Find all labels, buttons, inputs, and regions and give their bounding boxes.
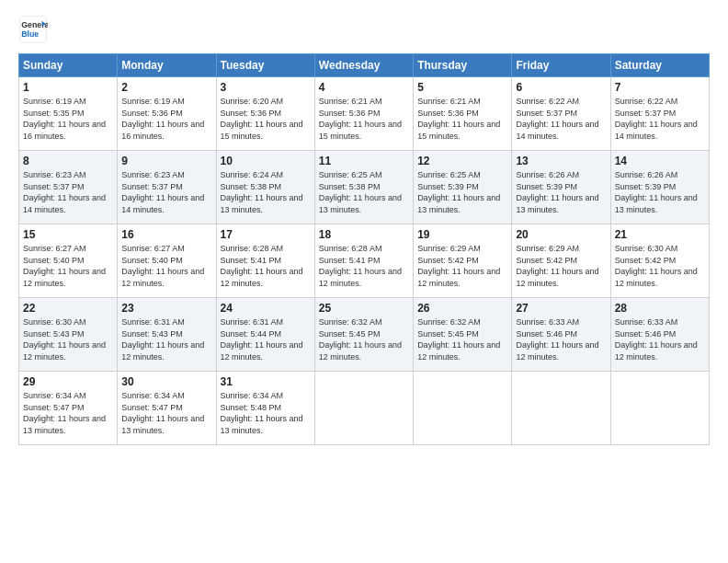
calendar-day-header: Monday <box>118 54 216 77</box>
calendar-day-cell: 7 Sunrise: 6:22 AMSunset: 5:37 PMDayligh… <box>610 77 709 151</box>
calendar-day-cell: 16 Sunrise: 6:27 AMSunset: 5:40 PMDaylig… <box>118 224 216 298</box>
calendar-day-header: Sunday <box>19 54 118 77</box>
day-number: 12 <box>417 155 507 167</box>
calendar-day-header: Friday <box>512 54 610 77</box>
day-number: 27 <box>516 302 606 315</box>
calendar-day-cell: 10 Sunrise: 6:24 AMSunset: 5:38 PMDaylig… <box>216 151 314 224</box>
calendar-day-cell: 31 Sunrise: 6:34 AMSunset: 5:48 PMDaylig… <box>216 372 314 445</box>
calendar-day-cell: 20 Sunrise: 6:29 AMSunset: 5:42 PMDaylig… <box>512 224 610 298</box>
calendar-header-row: SundayMondayTuesdayWednesdayThursdayFrid… <box>19 54 710 77</box>
day-number: 10 <box>221 155 311 167</box>
day-number: 23 <box>121 302 211 315</box>
calendar-day-cell: 30 Sunrise: 6:34 AMSunset: 5:47 PMDaylig… <box>118 372 216 445</box>
day-info: Sunrise: 6:23 AMSunset: 5:37 PMDaylight:… <box>121 170 204 214</box>
svg-text:General: General <box>21 20 48 29</box>
calendar-day-cell: 28 Sunrise: 6:33 AMSunset: 5:46 PMDaylig… <box>610 298 709 372</box>
day-info: Sunrise: 6:22 AMSunset: 5:37 PMDaylight:… <box>516 97 598 141</box>
day-info: Sunrise: 6:23 AMSunset: 5:37 PMDaylight:… <box>23 170 106 214</box>
calendar-day-cell: 22 Sunrise: 6:30 AMSunset: 5:43 PMDaylig… <box>19 298 118 372</box>
day-info: Sunrise: 6:25 AMSunset: 5:38 PMDaylight:… <box>319 170 402 214</box>
calendar-day-header: Wednesday <box>314 54 413 77</box>
day-info: Sunrise: 6:21 AMSunset: 5:36 PMDaylight:… <box>319 97 402 141</box>
calendar-day-cell: 27 Sunrise: 6:33 AMSunset: 5:46 PMDaylig… <box>512 298 610 372</box>
day-info: Sunrise: 6:34 AMSunset: 5:47 PMDaylight:… <box>121 391 204 435</box>
day-number: 4 <box>319 81 409 94</box>
day-info: Sunrise: 6:21 AMSunset: 5:36 PMDaylight:… <box>417 97 500 141</box>
calendar-day-cell: 26 Sunrise: 6:32 AMSunset: 5:45 PMDaylig… <box>414 298 512 372</box>
day-info: Sunrise: 6:31 AMSunset: 5:44 PMDaylight:… <box>221 317 303 362</box>
day-info: Sunrise: 6:34 AMSunset: 5:48 PMDaylight:… <box>221 391 303 435</box>
calendar-day-cell: 15 Sunrise: 6:27 AMSunset: 5:40 PMDaylig… <box>19 224 118 298</box>
day-info: Sunrise: 6:22 AMSunset: 5:37 PMDaylight:… <box>615 97 698 141</box>
day-number: 20 <box>516 228 606 241</box>
calendar-day-cell: 18 Sunrise: 6:28 AMSunset: 5:41 PMDaylig… <box>314 224 413 298</box>
calendar-table: SundayMondayTuesdayWednesdayThursdayFrid… <box>18 53 710 445</box>
day-info: Sunrise: 6:34 AMSunset: 5:47 PMDaylight:… <box>23 391 106 435</box>
day-number: 7 <box>615 81 705 94</box>
calendar-day-cell: 21 Sunrise: 6:30 AMSunset: 5:42 PMDaylig… <box>610 224 709 298</box>
day-number: 29 <box>23 375 113 388</box>
day-number: 8 <box>23 155 113 167</box>
calendar-day-cell: 24 Sunrise: 6:31 AMSunset: 5:44 PMDaylig… <box>216 298 314 372</box>
calendar-page: General Blue SundayMondayTuesdayWednesda… <box>0 0 728 563</box>
calendar-week-row: 8 Sunrise: 6:23 AMSunset: 5:37 PMDayligh… <box>19 151 710 224</box>
day-number: 19 <box>417 228 507 241</box>
calendar-day-cell <box>314 372 413 445</box>
day-info: Sunrise: 6:31 AMSunset: 5:43 PMDaylight:… <box>121 317 204 362</box>
calendar-day-cell: 19 Sunrise: 6:29 AMSunset: 5:42 PMDaylig… <box>414 224 512 298</box>
day-info: Sunrise: 6:24 AMSunset: 5:38 PMDaylight:… <box>221 170 303 214</box>
day-info: Sunrise: 6:32 AMSunset: 5:45 PMDaylight:… <box>417 317 500 362</box>
day-info: Sunrise: 6:33 AMSunset: 5:46 PMDaylight:… <box>516 317 598 362</box>
day-number: 14 <box>615 155 705 167</box>
day-number: 13 <box>516 155 606 167</box>
calendar-day-cell: 12 Sunrise: 6:25 AMSunset: 5:39 PMDaylig… <box>414 151 512 224</box>
day-number: 26 <box>417 302 507 315</box>
day-number: 6 <box>516 81 606 94</box>
calendar-day-header: Saturday <box>610 54 709 77</box>
day-number: 16 <box>121 228 211 241</box>
calendar-day-cell: 11 Sunrise: 6:25 AMSunset: 5:38 PMDaylig… <box>314 151 413 224</box>
calendar-day-cell: 29 Sunrise: 6:34 AMSunset: 5:47 PMDaylig… <box>19 372 118 445</box>
calendar-day-cell <box>610 372 709 445</box>
calendar-week-row: 29 Sunrise: 6:34 AMSunset: 5:47 PMDaylig… <box>19 372 710 445</box>
day-info: Sunrise: 6:30 AMSunset: 5:42 PMDaylight:… <box>615 244 698 288</box>
day-info: Sunrise: 6:33 AMSunset: 5:46 PMDaylight:… <box>615 317 698 362</box>
calendar-day-cell: 17 Sunrise: 6:28 AMSunset: 5:41 PMDaylig… <box>216 224 314 298</box>
calendar-day-cell: 3 Sunrise: 6:20 AMSunset: 5:36 PMDayligh… <box>216 77 314 151</box>
day-info: Sunrise: 6:25 AMSunset: 5:39 PMDaylight:… <box>417 170 500 214</box>
logo: General Blue <box>18 15 48 44</box>
calendar-day-cell: 13 Sunrise: 6:26 AMSunset: 5:39 PMDaylig… <box>512 151 610 224</box>
calendar-day-cell: 8 Sunrise: 6:23 AMSunset: 5:37 PMDayligh… <box>19 151 118 224</box>
calendar-day-cell: 23 Sunrise: 6:31 AMSunset: 5:43 PMDaylig… <box>118 298 216 372</box>
logo-icon: General Blue <box>18 15 48 44</box>
calendar-day-cell: 2 Sunrise: 6:19 AMSunset: 5:36 PMDayligh… <box>118 77 216 151</box>
day-info: Sunrise: 6:30 AMSunset: 5:43 PMDaylight:… <box>23 317 106 362</box>
calendar-day-cell: 9 Sunrise: 6:23 AMSunset: 5:37 PMDayligh… <box>118 151 216 224</box>
day-info: Sunrise: 6:29 AMSunset: 5:42 PMDaylight:… <box>516 244 598 288</box>
day-number: 15 <box>23 228 113 241</box>
calendar-week-row: 15 Sunrise: 6:27 AMSunset: 5:40 PMDaylig… <box>19 224 710 298</box>
day-info: Sunrise: 6:19 AMSunset: 5:35 PMDaylight:… <box>23 97 106 141</box>
day-number: 11 <box>319 155 409 167</box>
calendar-day-cell: 14 Sunrise: 6:26 AMSunset: 5:39 PMDaylig… <box>610 151 709 224</box>
day-number: 28 <box>615 302 705 315</box>
svg-text:Blue: Blue <box>21 29 39 39</box>
day-info: Sunrise: 6:19 AMSunset: 5:36 PMDaylight:… <box>121 97 204 141</box>
day-number: 2 <box>121 81 211 94</box>
day-number: 5 <box>417 81 507 94</box>
day-number: 18 <box>319 228 409 241</box>
day-number: 25 <box>319 302 409 315</box>
day-number: 22 <box>23 302 113 315</box>
calendar-week-row: 22 Sunrise: 6:30 AMSunset: 5:43 PMDaylig… <box>19 298 710 372</box>
day-info: Sunrise: 6:27 AMSunset: 5:40 PMDaylight:… <box>23 244 106 288</box>
calendar-day-cell: 6 Sunrise: 6:22 AMSunset: 5:37 PMDayligh… <box>512 77 610 151</box>
day-number: 17 <box>221 228 311 241</box>
calendar-day-cell: 25 Sunrise: 6:32 AMSunset: 5:45 PMDaylig… <box>314 298 413 372</box>
day-number: 3 <box>221 81 311 94</box>
calendar-day-header: Thursday <box>414 54 512 77</box>
day-info: Sunrise: 6:20 AMSunset: 5:36 PMDaylight:… <box>221 97 303 141</box>
day-number: 1 <box>23 81 113 94</box>
day-info: Sunrise: 6:28 AMSunset: 5:41 PMDaylight:… <box>319 244 402 288</box>
day-info: Sunrise: 6:27 AMSunset: 5:40 PMDaylight:… <box>121 244 204 288</box>
day-info: Sunrise: 6:29 AMSunset: 5:42 PMDaylight:… <box>417 244 500 288</box>
